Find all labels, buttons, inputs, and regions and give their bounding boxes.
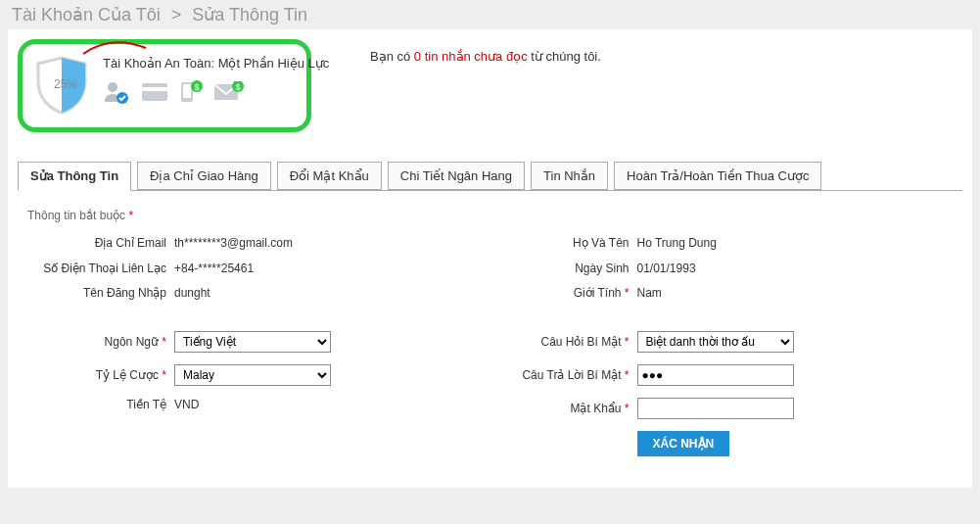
svg-text:25%: 25%: [54, 77, 77, 91]
mobile-money-icon: $: [179, 80, 203, 107]
fullname-value: Ho Trung Dung: [637, 236, 717, 252]
unread-count[interactable]: 0 tin nhắn chưa đọc: [414, 49, 528, 64]
phone-label: Số Điện Thoại Liên Lạc: [27, 262, 174, 277]
profile-verified-icon: [103, 80, 130, 107]
dob-label: Ngày Sinh: [490, 262, 637, 277]
svg-rect-4: [142, 87, 167, 91]
svg-text:$: $: [195, 82, 200, 92]
breadcrumb: Tài Khoản Của Tôi > Sửa Thông Tin: [0, 0, 980, 29]
password-input[interactable]: [637, 398, 794, 419]
shield-icon: 25%: [34, 56, 89, 115]
odds-label: Tỷ Lệ Cược *: [27, 368, 174, 382]
mail-money-icon: $: [214, 81, 244, 106]
svg-point-1: [108, 82, 117, 92]
username-label: Tên Đăng Nhập: [27, 286, 174, 302]
breadcrumb-root[interactable]: Tài Khoản Của Tôi: [12, 5, 161, 24]
tab-bank-details[interactable]: Chi Tiết Ngân Hang: [388, 162, 525, 190]
tabs: Sửa Thông Tin Địa Chỉ Giao Hàng Đổi Mật …: [8, 162, 972, 190]
message-notice: Bạn có 0 tin nhắn chưa đọc từ chúng tôi.: [370, 39, 601, 64]
tab-change-password[interactable]: Đổi Mật Khẩu: [277, 162, 382, 190]
username-value: dunght: [174, 286, 210, 302]
password-label: Mật Khẩu *: [490, 402, 637, 415]
secret-question-label: Câu Hỏi Bí Mật *: [490, 335, 637, 349]
secret-answer-label: Câu Trả Lời Bí Mật *: [490, 368, 637, 382]
dob-value: 01/01/1993: [637, 262, 696, 277]
breadcrumb-current: Sửa Thông Tin: [192, 5, 307, 24]
gender-value: Nam: [637, 286, 662, 302]
tab-shipping[interactable]: Địa Chỉ Giao Hàng: [137, 162, 271, 190]
tab-edit-info[interactable]: Sửa Thông Tin: [18, 162, 131, 191]
svg-rect-6: [183, 84, 191, 98]
language-label: Ngôn Ngữ *: [27, 335, 174, 349]
fullname-label: Họ Và Tên: [490, 236, 637, 252]
phone-value: +84-*****25461: [174, 262, 254, 277]
security-box: 25% Tài Khoản An Toàn: Một Phần Hiệu Lực…: [18, 39, 311, 132]
confirm-button[interactable]: XÁC NHẬN: [637, 431, 730, 456]
odds-select[interactable]: Malay: [174, 364, 331, 386]
email-label: Địa Chỉ Email: [27, 236, 174, 252]
secret-answer-input[interactable]: [637, 364, 794, 386]
annotation-curve: [81, 38, 150, 58]
security-title: Tài Khoản An Toàn: Một Phần Hiệu Lực: [103, 56, 329, 71]
email-value: th********3@gmail.com: [174, 236, 293, 252]
tab-messages[interactable]: Tin Nhắn: [531, 162, 608, 190]
svg-text:$: $: [236, 82, 241, 92]
gender-label: Giới Tính *: [490, 286, 637, 302]
tab-refund[interactable]: Hoàn Trả/Hoàn Tiền Thua Cược: [614, 162, 821, 190]
svg-rect-3: [142, 83, 167, 101]
required-note: Thông tin bắt buộc *: [27, 209, 953, 222]
currency-value: VND: [174, 398, 199, 411]
currency-label: Tiền Tệ: [27, 398, 174, 411]
card-icon: [142, 83, 167, 104]
language-select[interactable]: Tiếng Việt: [174, 331, 331, 353]
secret-question-select[interactable]: Biệt danh thời thơ ấu: [637, 331, 794, 353]
breadcrumb-sep: >: [171, 5, 182, 24]
